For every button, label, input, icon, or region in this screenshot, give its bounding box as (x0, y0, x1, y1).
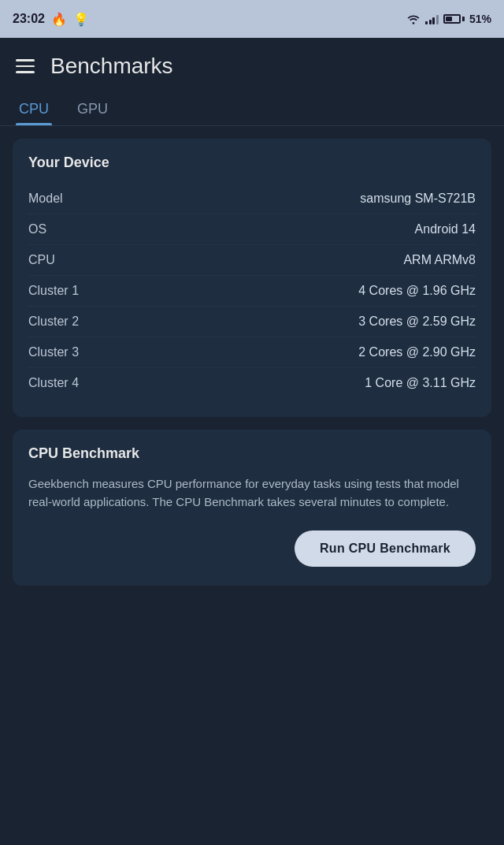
signal-icon (425, 13, 439, 24)
tabs-container: CPU GPU (0, 91, 504, 126)
device-card-title: Your Device (28, 154, 476, 171)
device-row-cluster1: Cluster 1 4 Cores @ 1.96 GHz (28, 276, 476, 307)
page-title: Benchmarks (50, 54, 173, 79)
run-button-container: Run CPU Benchmark (28, 530, 476, 567)
battery-icon (443, 14, 465, 24)
label-model: Model (28, 192, 139, 206)
value-cluster4: 1 Core @ 3.11 GHz (139, 376, 476, 390)
label-cpu: CPU (28, 253, 139, 267)
header: Benchmarks (0, 38, 504, 91)
run-cpu-benchmark-button[interactable]: Run CPU Benchmark (295, 530, 476, 567)
label-cluster4: Cluster 4 (28, 376, 139, 390)
value-cluster2: 3 Cores @ 2.59 GHz (139, 315, 476, 329)
tab-gpu[interactable]: GPU (74, 91, 120, 125)
device-info-card: Your Device Model samsung SM-S721B OS An… (13, 139, 491, 417)
device-row-cpu: CPU ARM ARMv8 (28, 245, 476, 276)
label-cluster1: Cluster 1 (28, 284, 139, 298)
hamburger-menu-icon[interactable] (16, 59, 35, 73)
label-os: OS (28, 222, 139, 236)
value-cluster3: 2 Cores @ 2.90 GHz (139, 345, 476, 359)
value-os: Android 14 (139, 222, 476, 236)
wifi-icon (406, 13, 421, 24)
status-right: 51% (406, 13, 491, 25)
device-row-model: Model samsung SM-S721B (28, 184, 476, 214)
tab-cpu[interactable]: CPU (16, 91, 61, 125)
label-cluster2: Cluster 2 (28, 315, 139, 329)
benchmark-description: Geekbench measures CPU performance for e… (28, 475, 476, 512)
status-left: 23:02 🔥 💡 (13, 12, 89, 27)
value-cluster1: 4 Cores @ 1.96 GHz (139, 284, 476, 298)
fire-icon: 🔥 (51, 12, 67, 27)
device-row-cluster3: Cluster 3 2 Cores @ 2.90 GHz (28, 337, 476, 368)
status-bar: 23:02 🔥 💡 51% (0, 0, 504, 38)
content-area: Your Device Model samsung SM-S721B OS An… (0, 126, 504, 598)
benchmark-card-title: CPU Benchmark (28, 445, 476, 462)
cpu-benchmark-card: CPU Benchmark Geekbench measures CPU per… (13, 430, 491, 586)
value-model: samsung SM-S721B (139, 192, 476, 206)
device-row-os: OS Android 14 (28, 214, 476, 245)
light-icon: 💡 (73, 12, 89, 27)
battery-percent: 51% (469, 13, 491, 25)
label-cluster3: Cluster 3 (28, 345, 139, 359)
value-cpu: ARM ARMv8 (139, 253, 476, 267)
status-time: 23:02 (13, 12, 45, 26)
device-row-cluster2: Cluster 2 3 Cores @ 2.59 GHz (28, 307, 476, 337)
device-row-cluster4: Cluster 4 1 Core @ 3.11 GHz (28, 368, 476, 398)
